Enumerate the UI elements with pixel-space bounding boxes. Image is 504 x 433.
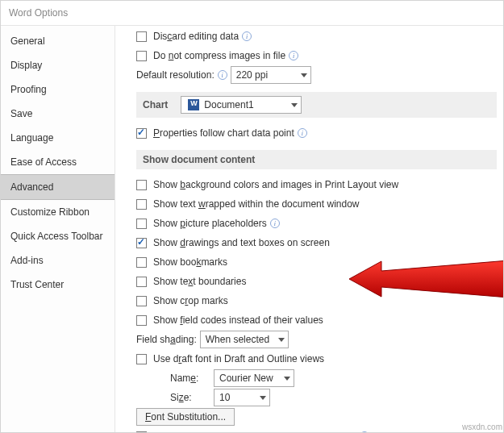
show-picture-label: Show picture placeholders <box>153 218 267 229</box>
font-substitution-button[interactable]: Font Substitution... <box>136 408 235 426</box>
font-size-value: 10 <box>219 392 255 403</box>
show-wrapped-checkbox[interactable] <box>136 199 147 210</box>
sidebar-item-proofing[interactable]: Proofing <box>1 77 115 102</box>
show-background-label: Show background colors and images in Pri… <box>153 179 398 190</box>
watermark: wsxdn.com <box>462 423 502 431</box>
show-background-checkbox[interactable] <box>136 180 147 190</box>
sidebar-item-customize-ribbon[interactable]: Customize Ribbon <box>1 200 115 224</box>
show-bookmarks-label: Show bookmarks <box>153 256 227 268</box>
info-icon[interactable]: i <box>298 128 307 138</box>
default-resolution-dropdown[interactable]: 220 ppi <box>231 66 311 84</box>
do-not-compress-checkbox[interactable] <box>136 51 147 61</box>
show-field-codes-label: Show field codes instead of their values <box>153 314 323 326</box>
chart-doc-dropdown[interactable]: Document1 <box>181 96 302 114</box>
chart-section-label: Chart <box>143 99 168 110</box>
do-not-compress-label: Do not compress images in file <box>153 50 285 61</box>
font-name-label: Name: <box>170 373 210 384</box>
field-shading-dropdown[interactable]: When selected <box>200 331 289 348</box>
show-document-content-header: Show document content <box>136 150 497 169</box>
chevron-down-icon <box>278 338 285 342</box>
info-icon[interactable]: i <box>242 31 252 41</box>
show-bookmarks-checkbox[interactable] <box>136 257 147 268</box>
info-icon[interactable]: i <box>360 431 369 432</box>
use-draft-font-label: Use draft font in Draft and Outline view… <box>153 353 324 364</box>
sidebar-item-advanced[interactable]: Advanced <box>1 174 115 200</box>
window-title: Word Options <box>1 1 503 26</box>
show-boundaries-checkbox[interactable] <box>136 277 147 287</box>
info-icon[interactable]: i <box>270 219 280 228</box>
chevron-down-icon <box>260 396 266 400</box>
field-shading-value: When selected <box>206 334 273 345</box>
show-crop-checkbox[interactable] <box>136 296 147 306</box>
info-icon[interactable]: i <box>289 51 298 60</box>
chevron-down-icon <box>301 73 307 77</box>
default-resolution-label: Default resolution: <box>136 69 215 81</box>
options-panel: Discard editing data i Do not compress i… <box>115 26 503 432</box>
sidebar-item-display[interactable]: Display <box>1 53 115 77</box>
sidebar-item-ease-of-access[interactable]: Ease of Access <box>1 150 115 174</box>
show-drawings-checkbox[interactable] <box>136 238 147 248</box>
sidebar-item-language[interactable]: Language <box>1 126 115 150</box>
show-wrapped-label: Show text wrapped within the document wi… <box>153 198 359 210</box>
properties-follow-checkbox[interactable] <box>136 128 147 139</box>
chart-doc-value: Document1 <box>204 99 286 110</box>
chevron-down-icon <box>291 103 298 107</box>
category-sidebar: General Display Proofing Save Language E… <box>1 26 115 432</box>
show-crop-label: Show crop marks <box>153 295 228 306</box>
field-shading-label: Field shading: <box>136 334 197 345</box>
properties-follow-label: Properties follow chart data point <box>153 127 294 139</box>
show-field-codes-checkbox[interactable] <box>136 315 147 326</box>
expand-headings-label: Expand all headings when opening a docum… <box>153 431 356 432</box>
sidebar-item-addins[interactable]: Add-ins <box>1 248 115 273</box>
default-resolution-value: 220 ppi <box>236 69 296 81</box>
sidebar-item-trust-center[interactable]: Trust Center <box>1 273 115 297</box>
font-name-value: Courier New <box>219 373 279 384</box>
sidebar-item-general[interactable]: General <box>1 29 115 53</box>
discard-editing-checkbox[interactable] <box>136 31 147 42</box>
font-name-dropdown[interactable]: Courier New <box>214 369 294 387</box>
use-draft-font-checkbox[interactable] <box>136 354 147 364</box>
word-doc-icon <box>188 99 199 110</box>
show-boundaries-label: Show text boundaries <box>153 276 246 287</box>
show-drawings-label: Show drawings and text boxes on screen <box>153 237 330 248</box>
sidebar-item-quick-access[interactable]: Quick Access Toolbar <box>1 224 115 248</box>
font-size-dropdown[interactable]: 10 <box>214 389 270 406</box>
expand-headings-checkbox[interactable] <box>136 431 147 433</box>
chevron-down-icon <box>284 377 290 381</box>
sidebar-item-save[interactable]: Save <box>1 102 115 126</box>
info-icon[interactable]: i <box>218 70 227 80</box>
discard-editing-label: Discard editing data <box>153 31 239 42</box>
font-size-label: Size: <box>170 392 210 403</box>
show-picture-checkbox[interactable] <box>136 219 147 229</box>
chart-section-header: Chart Document1 <box>136 92 497 118</box>
